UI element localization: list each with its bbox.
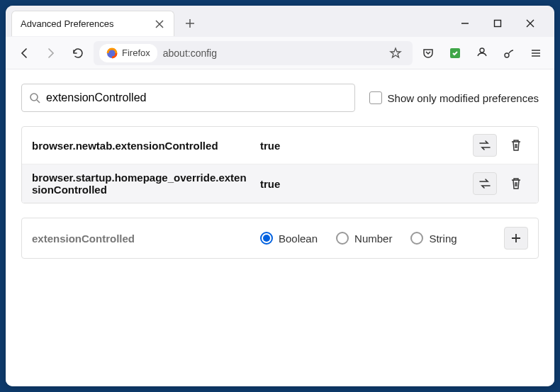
app-menu-button[interactable] [525, 42, 547, 65]
delete-button[interactable] [504, 172, 528, 195]
close-window-button[interactable] [520, 13, 540, 33]
search-row: Show only modified preferences [21, 84, 539, 112]
svg-rect-0 [495, 21, 501, 27]
about-config-content: Show only modified preferences browser.n… [6, 69, 554, 386]
pref-name: browser.newtab.extensionControlled [32, 140, 252, 152]
minimize-button[interactable] [455, 13, 475, 33]
back-button[interactable] [13, 42, 35, 65]
search-icon [29, 92, 40, 103]
toggle-button[interactable] [473, 134, 497, 157]
radio-icon [410, 232, 423, 245]
firefox-icon [106, 47, 118, 59]
pref-row[interactable]: browser.startup.homepage_override.extens… [22, 164, 538, 203]
bookmark-star-icon[interactable] [384, 42, 407, 65]
identity-label: Firefox [122, 47, 150, 58]
tab-title: Advanced Preferences [21, 18, 154, 29]
pocket-icon[interactable] [417, 42, 439, 65]
radio-label: String [429, 233, 457, 245]
pref-row[interactable]: browser.newtab.extensionControlled true [22, 127, 538, 164]
add-pref-name: extensionControlled [32, 233, 252, 245]
tab-close-button[interactable] [154, 18, 165, 30]
url-text: about:config [160, 47, 381, 59]
delete-button[interactable] [504, 134, 528, 157]
radio-icon [336, 232, 349, 245]
pref-list: browser.newtab.extensionControlled true … [21, 126, 539, 203]
pref-search-box[interactable] [21, 84, 355, 112]
radio-number[interactable]: Number [336, 232, 392, 245]
account-icon[interactable] [471, 42, 493, 65]
svg-point-4 [30, 94, 38, 101]
radio-label: Number [354, 233, 392, 245]
nav-toolbar: Firefox about:config [6, 37, 554, 69]
pref-name: browser.startup.homepage_override.extens… [32, 172, 252, 196]
show-modified-checkbox[interactable]: Show only modified preferences [369, 91, 539, 104]
window-controls [455, 13, 549, 33]
new-tab-button[interactable] [179, 12, 201, 35]
radio-label: Boolean [279, 233, 318, 245]
maximize-button[interactable] [488, 13, 508, 33]
browser-tab[interactable]: Advanced Preferences [11, 11, 174, 36]
tab-bar: Advanced Preferences [6, 6, 554, 37]
forward-button[interactable] [40, 42, 62, 65]
reload-button[interactable] [67, 42, 89, 65]
type-radio-group: Boolean Number String [260, 232, 495, 245]
add-pref-row: extensionControlled Boolean Number Strin… [21, 218, 539, 259]
pref-value: true [260, 140, 464, 152]
radio-icon [260, 232, 273, 245]
checkbox-icon [369, 91, 382, 104]
radio-boolean[interactable]: Boolean [260, 232, 318, 245]
toggle-button[interactable] [473, 172, 497, 195]
extensions-toolbar-icon[interactable] [498, 42, 520, 65]
pref-search-input[interactable] [46, 91, 347, 104]
add-button[interactable] [504, 227, 528, 250]
svg-point-3 [505, 53, 509, 57]
show-modified-label: Show only modified preferences [388, 92, 539, 104]
radio-string[interactable]: String [410, 232, 457, 245]
identity-box[interactable]: Firefox [99, 44, 157, 62]
pref-value: true [260, 178, 464, 190]
extension-icon[interactable] [444, 42, 466, 65]
browser-window: Advanced Preferences [6, 6, 554, 386]
url-bar[interactable]: Firefox about:config [94, 41, 413, 65]
